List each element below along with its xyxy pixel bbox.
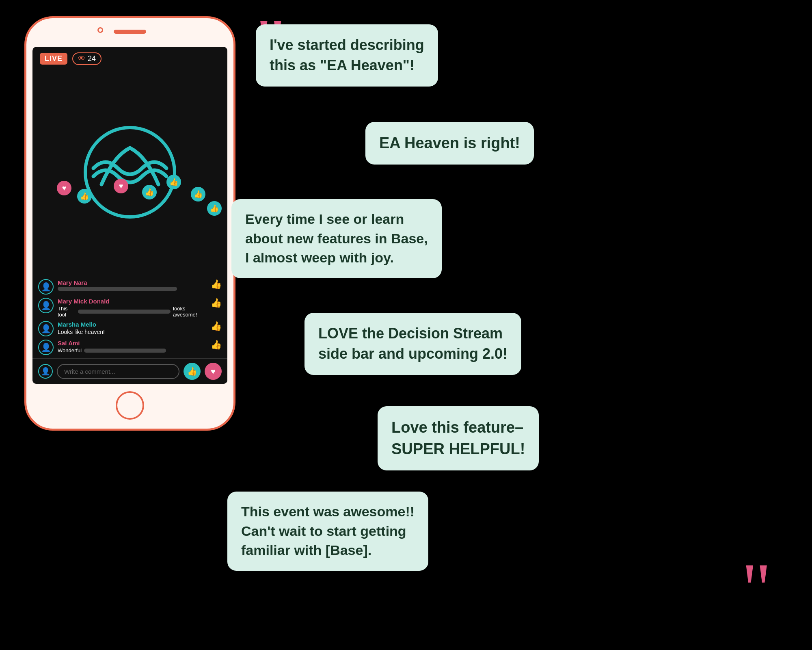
comment-row: 👤 Mary Nara 👍 [38, 279, 222, 295]
comment-user-icon[interactable]: 👤 [38, 364, 53, 379]
thumbs-up-icon-2: 👍 [211, 298, 222, 308]
commenter-name-4: Sal Ami [58, 340, 207, 347]
comment-text-2b: looks awesome! [173, 306, 207, 318]
like-button[interactable]: 👍 [184, 363, 201, 380]
avatar-mary-nara: 👤 [38, 279, 54, 295]
comment-text-4: Wonderful [58, 347, 82, 353]
live-bar: LIVE 👁 24 [32, 47, 227, 68]
person-icon: 👤 [41, 367, 50, 376]
comment-content-3: Marsha Mello Looks like heaven! [58, 321, 207, 335]
comment-text-2: This tool [58, 306, 76, 318]
comment-row: 👤 Marsha Mello Looks like heaven! 👍 [38, 321, 222, 336]
comment-input-bar: 👤 Write a comment... 👍 ♥ [32, 358, 227, 384]
bubbles-area: " I've started describingthis as "EA Hea… [223, 0, 812, 650]
phone-screen: LIVE 👁 24 ♥ [32, 47, 227, 384]
view-number: 24 [88, 54, 96, 63]
comment-input[interactable]: Write a comment... [57, 364, 179, 379]
comment-bar-4 [84, 349, 166, 353]
thumbs-up-icon-1: 👍 [211, 279, 222, 290]
bubble-text-2: EA Heaven is right! [379, 134, 520, 152]
comment-bar-1 [58, 287, 177, 291]
comments-section: 👤 Mary Nara 👍 👤 Mary Mick Donald [32, 276, 227, 358]
comment-content-2: Mary Mick Donald This tool looks awesome… [58, 298, 207, 318]
speech-bubble-1: I've started describingthis as "EA Heave… [256, 24, 438, 87]
phone-speaker [114, 30, 146, 34]
comment-content-1: Mary Nara [58, 279, 207, 291]
speech-bubble-4: LOVE the Decision Streamside bar and upc… [304, 313, 521, 375]
person-icon: 👤 [41, 324, 51, 334]
bubble-text-4: LOVE the Decision Streamside bar and upc… [318, 325, 508, 362]
close-quote-mark: " [742, 552, 771, 626]
comment-row: 👤 Sal Ami Wonderful 👍 [38, 340, 222, 355]
brand-logo [81, 124, 179, 221]
comment-bar-2 [78, 310, 171, 314]
logo-area [32, 68, 227, 276]
speech-bubble-5: Love this feature–SUPER HELPFUL! [378, 406, 539, 470]
person-icon: 👤 [41, 301, 51, 310]
person-icon: 👤 [41, 282, 51, 292]
person-icon: 👤 [41, 342, 51, 352]
phone-mockup: LIVE 👁 24 ♥ [24, 16, 235, 431]
phone-home-button[interactable] [116, 391, 144, 420]
commenter-name-3: Marsha Mello [58, 321, 207, 328]
bubble-text-5: Love this feature–SUPER HELPFUL! [391, 419, 525, 457]
speech-bubble-2: EA Heaven is right! [365, 122, 534, 165]
phone-outer: LIVE 👁 24 ♥ [24, 16, 235, 431]
avatar-mary-mick: 👤 [38, 298, 54, 313]
avatar-sal: 👤 [38, 340, 54, 355]
view-count: 👁 24 [72, 52, 102, 65]
speech-bubble-3: Every time I see or learnabout new featu… [231, 199, 442, 278]
avatar-marsha: 👤 [38, 321, 54, 336]
commenter-name-1: Mary Nara [58, 279, 207, 286]
bubble-text-6: This event was awesome!!Can't wait to st… [241, 504, 415, 558]
bubble-text-3: Every time I see or learnabout new featu… [245, 211, 428, 265]
bubble-text-1: I've started describingthis as "EA Heave… [270, 37, 424, 74]
thumbs-up-icon-4: 👍 [211, 340, 222, 350]
commenter-name-2: Mary Mick Donald [58, 298, 207, 305]
heart-button[interactable]: ♥ [205, 363, 222, 380]
comment-content-4: Sal Ami Wonderful [58, 340, 207, 353]
thumbs-up-icon-3: 👍 [211, 321, 222, 332]
speech-bubble-6: This event was awesome!!Can't wait to st… [227, 492, 428, 571]
live-badge: LIVE [40, 53, 67, 65]
phone-camera [97, 27, 103, 33]
comment-row: 👤 Mary Mick Donald This tool looks aweso… [38, 298, 222, 318]
eye-icon: 👁 [78, 54, 85, 63]
comment-text-3: Looks like heaven! [58, 329, 207, 335]
